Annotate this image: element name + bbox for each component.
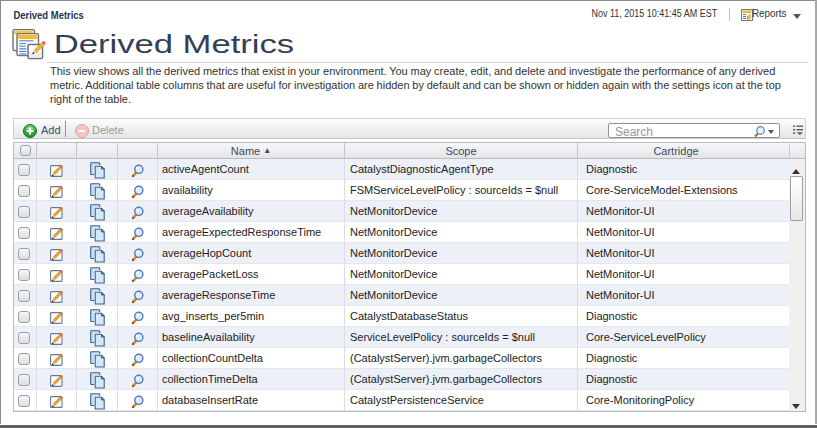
svg-text:Nov 11, 2015 10:41:45 AM EST: Nov 11, 2015 10:41:45 AM EST — [592, 7, 718, 19]
svg-text:Reports: Reports — [752, 7, 787, 19]
svg-text:Derived Metrics: Derived Metrics — [54, 30, 295, 58]
svg-text:Derived Metrics: Derived Metrics — [13, 9, 84, 21]
